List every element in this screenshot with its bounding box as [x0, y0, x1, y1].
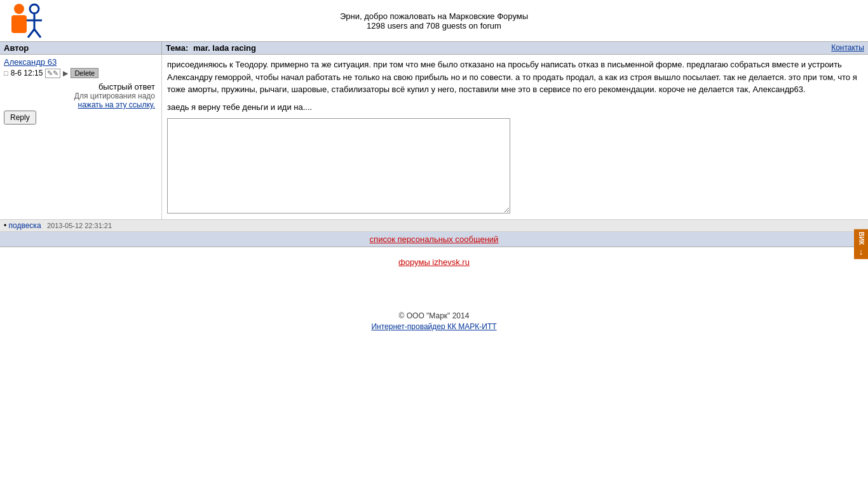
post-text-2: заедь я верну тебе деньги и иди на....	[167, 101, 863, 114]
users-info: 1298 users and 708 guests on forum	[340, 21, 528, 30]
forward-icon[interactable]: ▶	[63, 69, 68, 78]
svg-point-2	[30, 4, 39, 13]
welcome-prefix: Эрни, добро пожаловать на	[340, 11, 447, 21]
scroll-indicator: ВИК ↓	[854, 229, 868, 259]
scroll-arrow: ↓	[859, 246, 864, 256]
contacts-link[interactable]: Контакты	[827, 42, 868, 54]
footer-isp-link[interactable]: Интернет-провайдер КК МАРК-ИТТ	[371, 322, 496, 331]
pm-link[interactable]: список персональных сообщений	[370, 234, 499, 244]
post-icon: □	[4, 69, 8, 77]
cite-note: Для цитирования надо нажать на эту ссылк…	[4, 92, 158, 109]
footer: © ООО "Марк" 2014 Интернет-провайдер КК …	[0, 272, 868, 336]
site-logo	[5, 3, 46, 44]
quick-reply-label: быстрый ответ	[4, 82, 158, 92]
post-text-1: присоединяюсь к Теодору. примерно та же …	[167, 58, 863, 96]
cite-link[interactable]: нажать на эту ссылку.	[78, 100, 155, 109]
bullet: •	[4, 221, 6, 230]
svg-line-5	[28, 29, 34, 37]
welcome-text: Эрни, добро пожаловать на Марковские Фор…	[340, 11, 528, 21]
post-date: 8-6 12:15	[11, 69, 43, 78]
delete-button[interactable]: Delete	[71, 68, 98, 78]
edit-icon[interactable]: ✎✎	[45, 69, 60, 78]
forum-link-section: форумы izhevsk.ru	[0, 247, 868, 272]
reply-button[interactable]: Reply	[4, 111, 36, 125]
svg-rect-1	[11, 15, 27, 33]
subforum-link[interactable]: подвеска	[9, 221, 41, 230]
pm-link-row: список персональных сообщений	[0, 232, 868, 247]
author-name[interactable]: Александр 63	[4, 57, 158, 67]
forum-link[interactable]: форумы izhevsk.ru	[398, 257, 470, 267]
subforum-row: • подвеска 2013-05-12 22:31:21	[0, 220, 868, 232]
post-meta: □ 8-6 12:15 ✎✎ ▶ Delete	[4, 68, 158, 78]
svg-line-6	[34, 29, 41, 37]
topic-column-header: Тема: mar. lada racing	[162, 42, 827, 54]
subforum-timestamp: 2013-05-12 22:31:21	[47, 222, 112, 229]
topic-name: mar. lada racing	[193, 43, 256, 53]
svg-point-0	[14, 4, 24, 14]
footer-copyright: © ООО "Марк" 2014	[0, 311, 868, 320]
reply-textarea[interactable]	[167, 118, 510, 214]
scroll-letters: ВИК	[858, 232, 865, 245]
site-name: Марковские Форумы	[449, 11, 528, 21]
